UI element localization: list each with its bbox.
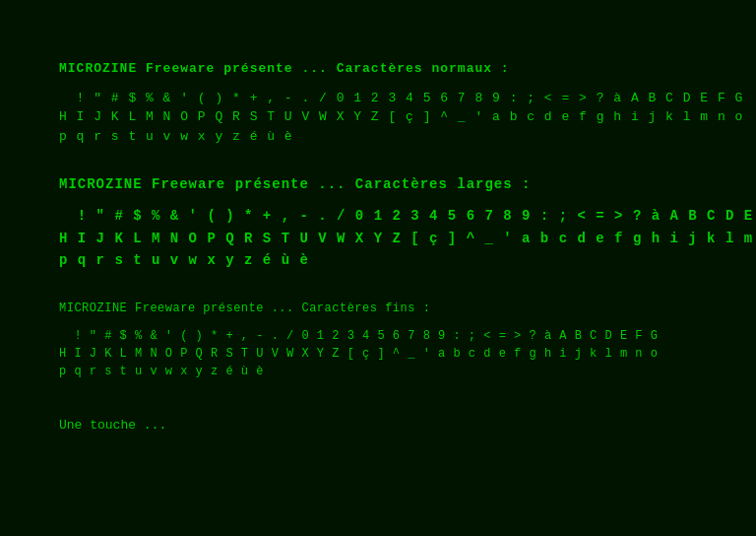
char-line: ! " # $ % & ' ( ) * + , - . / 0 1 2 3 4 …: [59, 327, 697, 345]
section-normal-title: MICROZINE Freeware présente ... Caractèr…: [59, 59, 697, 79]
char-line: H I J K L M N O P Q R S T U V W X Y Z [ …: [59, 345, 697, 363]
section-normal: MICROZINE Freeware présente ... Caractèr…: [59, 59, 697, 146]
section-thin: MICROZINE Freeware présente ... Caractèr…: [59, 300, 697, 380]
char-line: H I J K L M N O P Q R S T U V W X Y Z [ …: [59, 107, 697, 127]
section-large: MICROZINE Freeware présente ... Caractèr…: [59, 173, 697, 272]
char-line: ! " # $ % & ' ( ) * + , - . / 0 1 2 3 4 …: [59, 89, 697, 108]
section-normal-chars: ! " # $ % & ' ( ) * + , - . / 0 1 2 3 4 …: [59, 89, 697, 147]
char-line: p q r s t u v w x y z é ù è: [59, 127, 697, 147]
char-line: p q r s t u v w x y z é ù è: [59, 249, 697, 271]
prompt-text: Une touche ...: [59, 418, 697, 433]
char-line: ! " # $ % & ' ( ) * + , - . / 0 1 2 3 4 …: [59, 205, 697, 227]
section-thin-chars: ! " # $ % & ' ( ) * + , - . / 0 1 2 3 4 …: [59, 327, 697, 380]
screen: MICROZINE Freeware présente ... Caractèr…: [0, 0, 756, 536]
section-thin-title: MICROZINE Freeware présente ... Caractèr…: [59, 300, 697, 317]
char-line: H I J K L M N O P Q R S T U V W X Y Z [ …: [59, 228, 697, 249]
section-large-title: MICROZINE Freeware présente ... Caractèr…: [59, 173, 697, 195]
char-line: p q r s t u v w x y z é ù è: [59, 363, 697, 380]
section-large-chars: ! " # $ % & ' ( ) * + , - . / 0 1 2 3 4 …: [59, 205, 697, 271]
